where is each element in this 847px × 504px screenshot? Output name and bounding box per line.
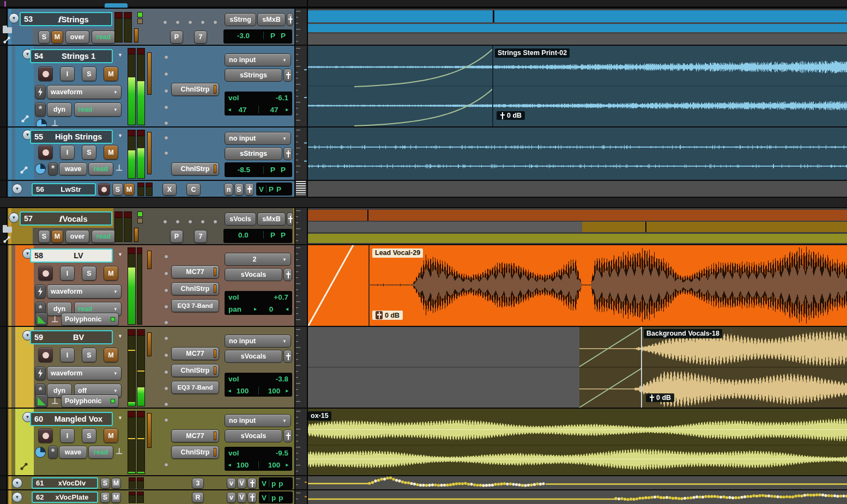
background-vocals-waveform[interactable]	[308, 327, 847, 408]
insert-mc77-button[interactable]: MC77	[171, 265, 219, 278]
mangled-vox-lane[interactable]: ox-15	[308, 409, 847, 475]
folder-vocals-lane[interactable]	[308, 208, 847, 244]
insert-mc77-button[interactable]: MC77	[171, 429, 219, 442]
insert-chnlstrp-button[interactable]: ChnlStrp	[171, 446, 219, 459]
s-button[interactable]: S	[234, 183, 244, 196]
output-a-selector[interactable]: sStrng	[225, 13, 256, 26]
insert-chnlstrp-button[interactable]: ChnlStrp	[171, 83, 219, 96]
output-b-selector[interactable]: sMxB	[257, 212, 286, 226]
mini-fader[interactable]	[147, 52, 152, 95]
insert-slot-dot[interactable]	[165, 305, 168, 308]
fader-mini-button[interactable]	[247, 492, 257, 503]
insert-slot-dot[interactable]	[165, 371, 168, 374]
insert-eq3-button[interactable]: EQ3 7-Band	[171, 299, 219, 312]
xvocplate-lane[interactable]	[308, 490, 847, 504]
track-name-box[interactable]: 54 Strings 1	[30, 49, 113, 63]
insert-slot-dot[interactable]	[165, 89, 168, 93]
insert-chnlstrp-button[interactable]: ChnlStrp	[171, 364, 219, 377]
mini-fader[interactable]	[147, 251, 152, 269]
track-view-selector[interactable]: waveform▼	[47, 85, 122, 99]
mini-fader[interactable]	[147, 132, 152, 174]
lead-vocal-lane[interactable]: Lead Vocal-29 0 dB	[308, 245, 847, 326]
input-monitor-button[interactable]: I	[60, 66, 75, 81]
v-cap-button[interactable]: V	[237, 478, 246, 489]
elastic-triangle-icon[interactable]	[35, 313, 48, 326]
xvocplate-automation[interactable]	[308, 490, 847, 504]
fader-mini-button[interactable]	[245, 183, 254, 196]
cable-tool-icon[interactable]	[20, 462, 28, 471]
collapse-arrow-icon[interactable]: ▼	[9, 212, 19, 223]
track-view-selector[interactable]: waveform▼	[47, 366, 122, 380]
clip-overview-bar[interactable]	[308, 210, 847, 221]
clip-gain-chip[interactable]: 0 dB	[497, 111, 525, 120]
mini-fader[interactable]	[147, 413, 152, 448]
c-button[interactable]: C	[186, 183, 201, 196]
send-slot-dot[interactable]	[164, 21, 167, 24]
xvocdlv-automation[interactable]	[308, 476, 847, 489]
insert-slot-dot[interactable]	[165, 56, 168, 59]
xvocdlv-lane[interactable]	[308, 476, 847, 489]
pan-button[interactable]: P	[170, 230, 183, 243]
input-selector[interactable]: 2▼	[225, 253, 291, 266]
elastic-snowflake-icon[interactable]: *	[48, 446, 58, 459]
fader-mini-button[interactable]	[247, 478, 257, 489]
clip-gain-chip[interactable]: 0 dB	[646, 393, 674, 402]
track-name-box[interactable]: 57 fVocals	[20, 211, 112, 226]
record-button[interactable]	[38, 66, 53, 81]
input-selector[interactable]: no input▼	[225, 53, 291, 66]
tempo-tbar-icon[interactable]: ⊥	[116, 163, 123, 172]
cable-tool-icon[interactable]	[3, 235, 11, 244]
timebase-lightning-icon[interactable]	[35, 366, 46, 380]
background-vocals-lane[interactable]: Background Vocals-18 0 dB	[308, 327, 847, 408]
volume-pan-display[interactable]: 0.0PP	[223, 229, 292, 243]
track-name-box[interactable]: 61 xVocDlv	[32, 477, 98, 489]
track-name-box[interactable]: 59 BV	[30, 330, 113, 344]
track-name-box[interactable]: 60 Mangled Vox	[30, 412, 113, 426]
record-button[interactable]	[98, 183, 110, 196]
insert-slot-button[interactable]: R	[192, 492, 204, 503]
insert-slot-button[interactable]: 3	[192, 478, 204, 489]
chevron-down-icon[interactable]: ▼	[118, 415, 123, 421]
solo-button[interactable]: S	[100, 492, 110, 503]
track-name-box[interactable]: 53 fStrings	[20, 12, 112, 26]
output-fader-icon[interactable]	[283, 429, 292, 442]
high-strings-waveform[interactable]	[308, 127, 847, 180]
insert-chnlstrp-button[interactable]: ChnlStrp	[171, 162, 219, 175]
volume-pan-display[interactable]: vol-6.1 ◂4747▸	[225, 92, 292, 116]
mangled-vox-waveform[interactable]	[308, 409, 847, 475]
insert-slot-dot[interactable]	[165, 387, 168, 390]
mute-button[interactable]: M	[104, 266, 118, 281]
clock-icon[interactable]	[35, 447, 46, 458]
output-fader-icon[interactable]	[283, 268, 292, 281]
send-slot-dot[interactable]	[176, 21, 179, 24]
automation-mode-button[interactable]: read	[88, 162, 113, 175]
automation-mode-button[interactable]: read	[92, 230, 116, 243]
output-selector[interactable]: sStrings	[225, 147, 282, 160]
folder-active-led[interactable]	[137, 12, 143, 17]
tempo-tbar-icon[interactable]: ⊥	[51, 315, 58, 323]
insert-slot-dot[interactable]	[165, 106, 168, 109]
insert-mc77-button[interactable]: MC77	[171, 347, 219, 360]
mute-button[interactable]: M	[104, 66, 118, 81]
insert-slot-dot[interactable]	[165, 354, 168, 357]
automation-mode-button[interactable]: read	[92, 31, 116, 44]
send-slot-dot[interactable]	[176, 220, 179, 223]
track-name-box[interactable]: 58 LV	[30, 248, 113, 263]
automation-over-button[interactable]: over	[65, 31, 89, 44]
elastic-triangle-icon[interactable]	[35, 394, 48, 408]
insert-slot-dot[interactable]	[165, 151, 168, 155]
vpp-display[interactable]: Vpp	[259, 491, 293, 503]
insert-slot-dot[interactable]	[165, 289, 168, 292]
output-b-selector[interactable]: sMxB	[257, 13, 286, 26]
elastic-snowflake-icon[interactable]: *	[48, 162, 58, 175]
solo-button[interactable]: S	[82, 428, 96, 443]
insert-slot-dot[interactable]	[165, 72, 168, 76]
record-button[interactable]	[38, 145, 53, 160]
strings1-lane[interactable]: Strings Stem Print-02 0 dB	[308, 46, 847, 126]
record-button[interactable]	[38, 266, 53, 281]
output-fader-icon[interactable]	[283, 69, 292, 82]
insert-slot-dot[interactable]	[165, 122, 168, 125]
solo-button[interactable]: S	[38, 230, 50, 243]
clip-overview-bar[interactable]	[308, 222, 582, 232]
insert-slot-dot[interactable]	[165, 272, 168, 275]
